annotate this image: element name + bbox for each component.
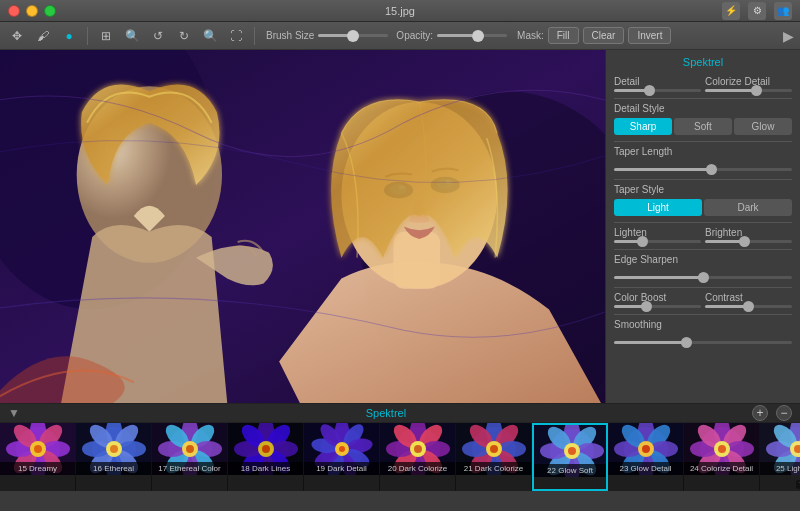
filmstrip-add-button[interactable]: + [752,405,768,421]
maximize-button[interactable] [44,5,56,17]
film-item-25[interactable]: 25 Light D... Yucn.com [760,423,800,491]
contrast-slider[interactable] [705,305,792,308]
glow-button[interactable]: Glow [734,118,792,135]
users-icon[interactable]: 👥 [774,2,792,20]
canvas-area[interactable] [0,50,605,403]
taper-style-row: Taper Style [614,184,792,195]
brush-size-label: Brush Size [266,30,314,41]
film-label-24: 24 Colorize Detail [684,462,759,475]
filmstrip-label: Spektrel [366,407,406,419]
panel-title: Spektrel [614,56,792,68]
film-thumb-16: 16 Ethereal [76,423,151,475]
dark-button[interactable]: Dark [704,199,792,216]
brighten-slider[interactable] [705,240,792,243]
color-boost-slider[interactable] [614,305,701,308]
right-panel: Spektrel Detail Colorize Detail Detail S… [605,50,800,403]
rotate-left-icon[interactable]: ↺ [147,25,169,47]
edge-sharpen-slider[interactable] [614,276,792,279]
close-button[interactable] [8,5,20,17]
filmstrip-controls: + − [752,405,792,421]
clear-button[interactable]: Clear [583,27,625,44]
lighten-slider[interactable] [614,240,701,243]
film-thumb-22: 22 Glow Soft [534,425,606,477]
contrast-section: Contrast [705,292,792,308]
canvas-painting [0,50,605,403]
detail-colorize-row: Detail Colorize Detail [614,76,792,92]
film-label-21: 21 Dark Colorize [456,462,531,475]
film-label-19: 19 Dark Detail [304,462,379,475]
fullscreen-icon[interactable]: ⛶ [225,25,247,47]
filmstrip-remove-button[interactable]: − [776,405,792,421]
invert-button[interactable]: Invert [628,27,671,44]
svg-point-72 [339,446,345,452]
toolbar: ✥ 🖌 ● ⊞ 🔍 ↺ ↻ 🔍 ⛶ Brush Size Opacity: Ma… [0,22,800,50]
smoothing-slider-container [614,334,792,346]
film-thumb-24: 24 Colorize Detail [684,423,759,475]
opacity-label: Opacity: [396,30,433,41]
fill-button[interactable]: Fill [548,27,579,44]
taper-style-label: Taper Style [614,184,792,195]
expand-panel-arrow[interactable]: ▶ [783,28,794,44]
minimize-button[interactable] [26,5,38,17]
filmstrip-up-arrow[interactable]: ▼ [8,406,20,420]
taper-length-slider[interactable] [614,168,792,171]
film-item-22[interactable]: 22 Glow Soft [532,423,608,491]
smoothing-row: Smoothing [614,319,792,330]
window-title: 15.jpg [385,5,415,17]
divider-7 [614,314,792,315]
sharp-button[interactable]: Sharp [614,118,672,135]
move-tool-icon[interactable]: ✥ [6,25,28,47]
film-item-21[interactable]: 21 Dark Colorize [456,423,532,491]
zoom-in-icon[interactable]: 🔍 [121,25,143,47]
film-item-20[interactable]: 20 Dark Colorize [380,423,456,491]
divider-3 [614,179,792,180]
svg-point-120 [642,445,650,453]
paint-tool-icon[interactable]: 🖌 [32,25,54,47]
toolbar-separator-1 [87,27,88,45]
film-item-16[interactable]: 16 Ethereal [76,423,152,491]
color-boost-section: Color Boost [614,292,701,308]
svg-point-47 [186,445,194,453]
light-button[interactable]: Light [614,199,702,216]
film-thumb-20: 20 Dark Colorize [380,423,455,475]
film-thumb-23: 23 Glow Detail [608,423,683,475]
brush-icon[interactable]: ● [58,25,80,47]
film-item-23[interactable]: 23 Glow Detail [608,423,684,491]
soft-button[interactable]: Soft [674,118,732,135]
watermark-text: Yucn.com [796,480,800,489]
detail-slider[interactable] [614,89,701,92]
film-item-19[interactable]: 19 Dark Detail [304,423,380,491]
film-thumb-18: 18 Dark Lines [228,423,303,475]
film-thumb-21: 21 Dark Colorize [456,423,531,475]
edge-sharpen-slider-container [614,269,792,281]
film-thumb-15: 15 Dreamy [0,423,75,475]
film-item-15[interactable]: 15 Dreamy [0,423,76,491]
main-area: Spektrel Detail Colorize Detail Detail S… [0,50,800,403]
film-item-24[interactable]: 24 Colorize Detail [684,423,760,491]
zoom-out-icon[interactable]: 🔍 [199,25,221,47]
divider-5 [614,249,792,250]
svg-point-132 [718,445,726,453]
rotate-right-icon[interactable]: ↻ [173,25,195,47]
smoothing-slider[interactable] [614,341,792,344]
gear-icon[interactable]: ⚙ [748,2,766,20]
film-label-22: 22 Glow Soft [534,464,606,477]
color-boost-contrast-row: Color Boost Contrast [614,292,792,308]
brush-size-slider[interactable] [318,34,388,37]
svg-point-23 [34,445,42,453]
film-label-23: 23 Glow Detail [608,462,683,475]
taper-length-label: Taper Length [614,146,792,157]
mask-label: Mask: [517,30,544,41]
lighten-brighten-row: Lighten Brighten [614,227,792,243]
film-item-18[interactable]: 18 Dark Lines [228,423,304,491]
divider-1 [614,98,792,99]
opacity-slider[interactable] [437,34,507,37]
lightning-icon[interactable]: ⚡ [722,2,740,20]
edge-sharpen-row: Edge Sharpen [614,254,792,265]
colorize-detail-slider[interactable] [705,89,792,92]
divider-4 [614,222,792,223]
film-thumb-19: 19 Dark Detail [304,423,379,475]
taper-length-row: Taper Length [614,146,792,157]
crop-icon[interactable]: ⊞ [95,25,117,47]
film-item-17[interactable]: 17 Ethereal Color [152,423,228,491]
